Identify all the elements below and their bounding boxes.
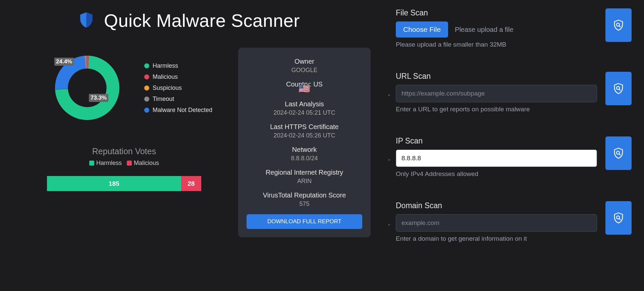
shield-search-icon <box>612 82 625 95</box>
choose-file-button[interactable]: Choose File <box>396 21 448 38</box>
ip-helper-text: Only IPv4 Addresses allowed <box>396 170 597 178</box>
svg-point-6 <box>616 216 620 219</box>
url-scan-title: URL Scan <box>396 72 597 81</box>
app-header: Quick Malware Scanner <box>77 10 376 31</box>
ip-scan-submit-button[interactable] <box>605 136 632 170</box>
chart-legend: HarmlessMaliciousSuspiciousTimeoutMalwar… <box>144 62 212 114</box>
reputation-section: Reputation Votes Harmless Malicious 1852… <box>47 147 201 191</box>
legend-item: Malware Not Detected <box>144 107 212 114</box>
chevron-icon: ▸ <box>388 222 390 227</box>
svg-point-2 <box>616 86 620 90</box>
svg-line-1 <box>619 26 621 27</box>
url-scan-block: ▸ URL Scan Enter a URL to get reports on… <box>396 72 644 113</box>
file-helper-text: Please upload a file smaller than 32MB <box>396 41 597 48</box>
legend-item: Malicious <box>144 73 212 80</box>
url-scan-submit-button[interactable] <box>605 72 632 105</box>
app-title: Quick Malware Scanner <box>104 10 300 31</box>
analysis-donut-chart: 24.4% 73.3% <box>47 48 127 128</box>
download-report-button[interactable]: DOWNLOAD FULL REPORT <box>247 214 362 229</box>
donut-label-harmless: 73.3% <box>89 94 108 102</box>
svg-line-5 <box>619 154 621 155</box>
ip-scan-block: ▸ IP Scan Only IPv4 Addresses allowed <box>396 136 644 178</box>
svg-point-0 <box>616 23 620 26</box>
domain-input[interactable] <box>396 214 597 232</box>
domain-scan-submit-button[interactable] <box>605 201 632 235</box>
legend-item: Suspicious <box>144 84 212 92</box>
file-status-text: Please upload a file <box>455 26 514 34</box>
reputation-malicious-bar: 28 <box>181 176 201 191</box>
svg-point-4 <box>616 151 620 154</box>
url-input[interactable] <box>396 85 597 102</box>
donut-label-mnd: 24.4% <box>54 58 74 66</box>
domain-scan-title: Domain Scan <box>396 201 597 210</box>
url-helper-text: Enter a URL to get reports on possible m… <box>396 106 597 113</box>
reputation-bar: 18528 <box>47 176 201 191</box>
file-scan-block: File Scan Choose File Please upload a fi… <box>396 8 644 48</box>
chevron-icon: ▸ <box>388 93 390 97</box>
shield-icon <box>77 11 96 31</box>
country-flag-icon: 🇺🇸 <box>247 84 362 94</box>
svg-line-3 <box>619 89 621 91</box>
shield-search-icon <box>612 212 625 224</box>
file-scan-title: File Scan <box>396 8 597 17</box>
domain-helper-text: Enter a domain to get general informatio… <box>396 235 597 242</box>
reputation-title: Reputation Votes <box>47 147 201 156</box>
ip-input[interactable] <box>396 150 597 167</box>
reputation-legend: Harmless Malicious <box>47 160 201 167</box>
result-info-card: Owner GOOGLE Country: US 🇺🇸 Last Analysi… <box>238 48 371 237</box>
shield-search-icon <box>612 147 625 159</box>
legend-item: Harmless <box>144 62 212 69</box>
legend-item: Timeout <box>144 96 212 103</box>
svg-line-7 <box>619 219 621 220</box>
ip-scan-title: IP Scan <box>396 136 597 146</box>
reputation-harmless-bar: 185 <box>47 176 181 191</box>
file-scan-submit-button[interactable] <box>605 8 632 42</box>
domain-scan-block: ▸ Domain Scan Enter a domain to get gene… <box>396 201 644 242</box>
chevron-icon: ▸ <box>388 157 390 162</box>
shield-search-icon <box>612 19 625 31</box>
